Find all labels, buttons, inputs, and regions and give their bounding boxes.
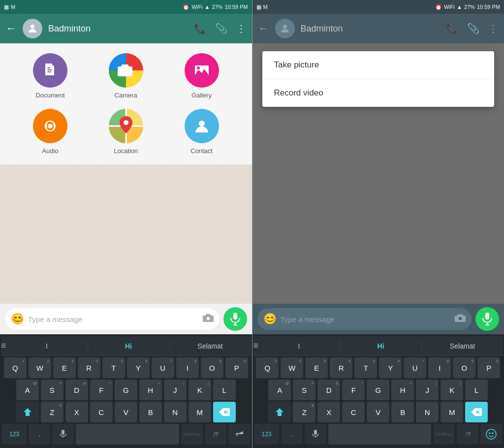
suggestion-Hi-right[interactable]: Hi (340, 342, 421, 350)
key-L-right[interactable]: L (465, 380, 488, 400)
key-Q-right[interactable]: 1Q (256, 357, 279, 378)
attach-gallery[interactable]: Gallery (166, 53, 237, 99)
key-Z-right[interactable]: $Z (293, 402, 315, 422)
key-enter-left[interactable] (228, 424, 250, 445)
key-V-right[interactable]: V (367, 402, 389, 422)
key-A-left[interactable]: @A (16, 380, 39, 400)
key-K-right[interactable]: )K (441, 380, 463, 400)
back-button-right[interactable]: ← (258, 22, 269, 35)
key-D-left[interactable]: &D (65, 380, 88, 400)
more-icon-left[interactable]: ⋮ (236, 23, 246, 34)
input-wrap-right[interactable]: 😊 Type a message (257, 308, 472, 330)
key-space-right[interactable] (328, 424, 432, 445)
key-I-right[interactable]: 8I (428, 357, 451, 378)
key-mic-right[interactable] (305, 424, 326, 445)
key-comma-right[interactable]: , (281, 424, 303, 445)
attach-audio[interactable]: Audio (15, 109, 86, 155)
key-K-left[interactable]: )K (189, 380, 211, 400)
key-Q-left[interactable]: 1Q (4, 357, 27, 378)
emoji-button-left[interactable]: 😊 (11, 313, 24, 325)
key-S-right[interactable]: #S (293, 380, 315, 400)
call-icon-left[interactable]: 📞 (194, 23, 206, 34)
key-D-right[interactable]: &D (317, 380, 340, 400)
key-C-right[interactable]: C (342, 402, 365, 422)
suggestion-Selamat-left[interactable]: Selamat (170, 342, 251, 350)
key-F-right[interactable]: *F (342, 380, 365, 400)
attach-document[interactable]: Document (15, 53, 86, 99)
emoji-button-right[interactable]: 😊 (263, 313, 277, 325)
key-shift-right[interactable] (268, 402, 291, 422)
key-E-left[interactable]: 3E (53, 357, 76, 378)
key-J-right[interactable]: (J (416, 380, 439, 400)
key-mic-left[interactable] (52, 424, 74, 445)
record-video-option[interactable]: Record video (262, 79, 495, 107)
take-picture-option[interactable]: Take picture (262, 51, 495, 79)
key-comma-left[interactable]: , (29, 424, 50, 445)
mic-button-left[interactable] (223, 307, 247, 331)
attachment-icon-right[interactable]: 📎 (467, 23, 479, 34)
attach-camera[interactable]: Camera (91, 53, 161, 99)
call-icon-right[interactable]: 📞 (446, 23, 458, 34)
key-A-right[interactable]: @A (268, 380, 291, 400)
attachment-icon-left[interactable]: 📎 (215, 23, 227, 34)
key-Y-left[interactable]: 6Y (127, 357, 150, 378)
key-O-right[interactable]: 9O (453, 357, 475, 378)
more-icon-right[interactable]: ⋮ (488, 23, 498, 34)
key-del-right[interactable] (465, 402, 488, 422)
key-I-left[interactable]: 8I (176, 357, 199, 378)
key-123-left[interactable]: 123 (2, 424, 27, 445)
key-123-right[interactable]: 123 (254, 424, 279, 445)
camera-button-left[interactable] (203, 314, 214, 325)
key-X-right[interactable]: X (317, 402, 340, 422)
key-F-left[interactable]: *F (90, 380, 113, 400)
camera-button-right[interactable] (455, 314, 466, 325)
key-V-left[interactable]: V (115, 402, 137, 422)
key-E-right[interactable]: 3E (305, 357, 328, 378)
key-O-left[interactable]: 9O (201, 357, 223, 378)
suggestion-Hi-left[interactable]: Hi (88, 342, 169, 350)
key-G-right[interactable]: -G (367, 380, 389, 400)
key-B-right[interactable]: B (391, 402, 414, 422)
key-R-left[interactable]: 4R (78, 357, 100, 378)
key-Z-left[interactable]: $Z (41, 402, 63, 422)
key-X-left[interactable]: X (65, 402, 88, 422)
key-B-left[interactable]: B (139, 402, 162, 422)
key-N-left[interactable]: N (164, 402, 187, 422)
key-emoji-right[interactable] (480, 424, 502, 445)
key-shift-left[interactable] (16, 402, 39, 422)
key-space-left[interactable] (76, 424, 179, 445)
message-placeholder-left[interactable]: Type a message (28, 315, 199, 323)
suggestion-I-right[interactable]: I (258, 342, 340, 350)
key-S-left[interactable]: #S (41, 380, 63, 400)
key-M-right[interactable]: M (441, 402, 463, 422)
key-T-left[interactable]: 5T (102, 357, 125, 378)
key-del-left[interactable] (213, 402, 236, 422)
key-M-left[interactable]: M (189, 402, 211, 422)
key-punctuation-left[interactable]: .!? (205, 424, 226, 445)
attach-contact[interactable]: Contact (166, 109, 237, 155)
key-H-right[interactable]: +H (391, 380, 414, 400)
key-R-right[interactable]: 4R (330, 357, 352, 378)
key-N-right[interactable]: N (416, 402, 439, 422)
key-J-left[interactable]: (J (164, 380, 187, 400)
input-wrap-left[interactable]: 😊 Type a message (5, 308, 220, 330)
key-U-right[interactable]: 7U (404, 357, 426, 378)
key-punctuation-right[interactable]: .!? (457, 424, 478, 445)
suggestion-Selamat-right[interactable]: Selamat (422, 342, 503, 350)
attach-location[interactable]: Location (91, 109, 161, 155)
back-button-left[interactable]: ← (6, 22, 17, 35)
key-T-right[interactable]: 5T (354, 357, 377, 378)
key-G-left[interactable]: -G (115, 380, 137, 400)
key-U-left[interactable]: 7U (152, 357, 174, 378)
key-W-right[interactable]: 2W (281, 357, 303, 378)
key-W-left[interactable]: 2W (29, 357, 51, 378)
suggestion-I-left[interactable]: I (6, 342, 88, 350)
mic-button-right[interactable] (475, 307, 499, 331)
key-H-left[interactable]: +H (139, 380, 162, 400)
key-L-left[interactable]: L (213, 380, 236, 400)
key-P-left[interactable]: 0P (225, 357, 248, 378)
key-P-right[interactable]: 0P (477, 357, 500, 378)
key-C-left[interactable]: C (90, 402, 113, 422)
message-placeholder-right[interactable]: Type a message (281, 315, 451, 323)
key-Y-right[interactable]: 6Y (379, 357, 402, 378)
